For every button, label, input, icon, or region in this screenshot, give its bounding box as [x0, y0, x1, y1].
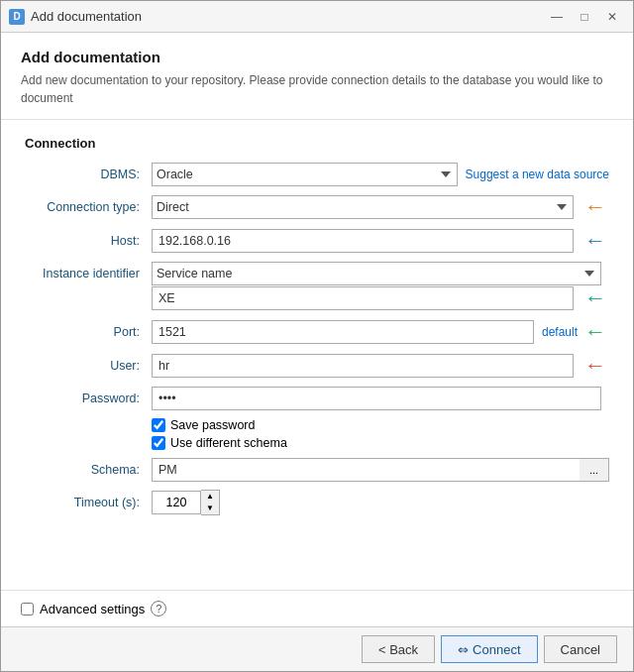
host-label: Host:	[25, 234, 144, 248]
connection-type-select[interactable]: Direct TNS LDAP	[152, 195, 574, 219]
minimize-button[interactable]: —	[544, 6, 570, 28]
window-icon: D	[9, 9, 25, 25]
close-button[interactable]: ✕	[599, 6, 625, 28]
page-description: Add new documentation to your repository…	[21, 71, 613, 107]
dbms-select-wrap: Oracle SQL Server MySQL PostgreSQL	[152, 163, 458, 186]
save-password-label: Save password	[170, 418, 255, 432]
use-different-schema-wrap: Use different schema	[152, 436, 609, 450]
schema-browse-button[interactable]: ...	[580, 458, 609, 482]
header-section: Add documentation Add new documentation …	[1, 33, 633, 120]
back-button[interactable]: < Back	[362, 635, 435, 663]
password-input[interactable]	[152, 387, 601, 410]
use-different-schema-checkbox[interactable]	[152, 436, 165, 450]
title-bar: D Add documentation — □ ✕	[1, 1, 633, 33]
suggest-link[interactable]: Suggest a new data source	[466, 168, 609, 181]
footer-section: Advanced settings ?	[1, 590, 633, 626]
advanced-row: Advanced settings ?	[21, 601, 613, 616]
port-label: Port:	[25, 325, 144, 339]
connect-label: Connect	[473, 642, 520, 657]
schema-input[interactable]	[152, 458, 580, 482]
connect-button[interactable]: ⇔ Connect	[441, 635, 537, 663]
dbms-select[interactable]: Oracle SQL Server MySQL PostgreSQL	[152, 163, 458, 186]
connect-icon: ⇔	[458, 642, 469, 657]
schema-label: Schema:	[25, 463, 144, 477]
form-area: Connection DBMS: Oracle SQL Server MySQL…	[1, 120, 633, 590]
timeout-input[interactable]	[152, 491, 201, 514]
schema-input-wrap: ...	[152, 458, 609, 482]
instance-select-wrap: Service name SID	[152, 262, 601, 285]
user-input-wrap	[152, 354, 574, 378]
window-title: Add documentation	[31, 9, 544, 24]
advanced-settings-checkbox[interactable]	[21, 603, 34, 616]
instance-select[interactable]: Service name SID	[152, 262, 601, 285]
spinner-up-button[interactable]: ▲	[201, 491, 219, 503]
page-title: Add documentation	[21, 49, 613, 65]
spinner-buttons: ▲ ▼	[201, 490, 220, 515]
dbms-label: DBMS:	[25, 168, 144, 181]
button-bar: < Back ⇔ Connect Cancel	[1, 626, 633, 671]
use-different-schema-label: Use different schema	[170, 436, 287, 450]
maximize-button[interactable]: □	[572, 6, 597, 28]
spinner-down-button[interactable]: ▼	[201, 503, 219, 514]
red-arrow: ←	[581, 353, 609, 379]
main-window: D Add documentation — □ ✕ Add documentat…	[0, 0, 634, 672]
port-input[interactable]	[152, 320, 534, 344]
xe-input-wrap	[152, 286, 574, 310]
orange-arrow: ←	[581, 194, 609, 220]
password-label: Password:	[25, 392, 144, 405]
connection-type-label: Connection type:	[25, 200, 144, 214]
content-area: Add documentation Add new documentation …	[1, 33, 633, 626]
connection-section-title: Connection	[25, 136, 609, 151]
user-input[interactable]	[152, 354, 574, 378]
host-input[interactable]	[152, 229, 574, 253]
cancel-button[interactable]: Cancel	[544, 635, 617, 663]
timeout-label: Timeout (s):	[25, 496, 144, 509]
save-password-checkbox[interactable]	[152, 418, 165, 432]
password-input-wrap	[152, 387, 601, 410]
green-arrow: ←	[581, 319, 609, 345]
default-link[interactable]: default	[542, 325, 578, 339]
blue-arrow: ←	[581, 228, 609, 254]
help-icon[interactable]: ?	[151, 601, 166, 616]
host-input-wrap	[152, 229, 574, 253]
cyan-arrow: ←	[581, 285, 609, 311]
save-password-wrap: Save password	[152, 418, 609, 432]
user-label: User:	[25, 359, 144, 373]
connection-type-wrap: Direct TNS LDAP	[152, 195, 574, 219]
advanced-label: Advanced settings	[40, 602, 145, 616]
port-input-wrap	[152, 320, 534, 344]
xe-input[interactable]	[152, 286, 574, 310]
title-bar-controls: — □ ✕	[544, 6, 625, 28]
timeout-spinner-wrap: ▲ ▼	[152, 490, 609, 515]
instance-label: Instance identifier	[25, 267, 144, 280]
